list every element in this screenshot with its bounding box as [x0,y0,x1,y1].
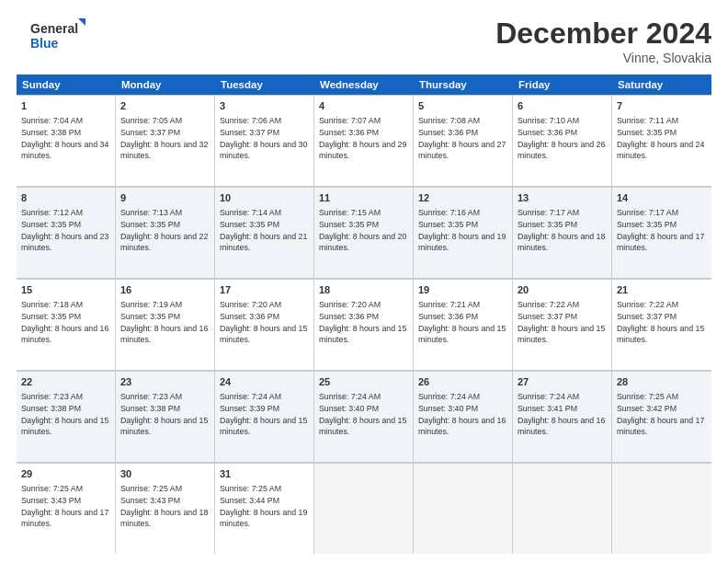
daylight-info: Daylight: 8 hours and 24 minutes. [617,140,704,161]
day-cell-5: 5 Sunrise: 7:08 AM Sunset: 3:36 PM Dayli… [414,95,513,186]
day-cell-22: 22 Sunrise: 7:23 AM Sunset: 3:38 PM Dayl… [17,371,116,462]
calendar: SundayMondayTuesdayWednesdayThursdayFrid… [17,75,711,554]
empty-cell [513,463,612,554]
daylight-info: Daylight: 8 hours and 23 minutes. [21,232,108,253]
day-cell-3: 3 Sunrise: 7:06 AM Sunset: 3:37 PM Dayli… [215,95,314,186]
day-number: 15 [21,283,110,297]
daylight-info: Daylight: 8 hours and 18 minutes. [120,508,208,529]
day-number: 22 [21,375,110,389]
header: General Blue December 2024 Vinne, Slovak… [17,17,711,65]
daylight-info: Daylight: 8 hours and 21 minutes. [220,232,307,253]
calendar-week-1: 1 Sunrise: 7:04 AM Sunset: 3:38 PM Dayli… [17,95,711,187]
day-number: 13 [518,191,607,205]
sunset-info: Sunset: 3:35 PM [21,312,81,321]
sunrise-info: Sunrise: 7:08 AM [418,116,480,125]
calendar-week-2: 8 Sunrise: 7:12 AM Sunset: 3:35 PM Dayli… [17,187,711,279]
day-number: 24 [220,375,309,389]
sunset-info: Sunset: 3:37 PM [518,312,577,321]
sunrise-info: Sunrise: 7:05 AM [120,116,182,125]
sunrise-info: Sunrise: 7:20 AM [220,300,281,309]
sunrise-info: Sunrise: 7:25 AM [617,392,678,401]
daylight-info: Daylight: 8 hours and 26 minutes. [518,140,605,161]
daylight-info: Daylight: 8 hours and 19 minutes. [220,508,307,529]
day-cell-19: 19 Sunrise: 7:21 AM Sunset: 3:36 PM Dayl… [414,279,513,370]
header-day-wednesday: Wednesday [314,75,414,95]
day-cell-17: 17 Sunrise: 7:20 AM Sunset: 3:36 PM Dayl… [215,279,314,370]
day-cell-14: 14 Sunrise: 7:17 AM Sunset: 3:35 PM Dayl… [612,187,711,278]
day-number: 8 [21,191,110,205]
day-cell-10: 10 Sunrise: 7:14 AM Sunset: 3:35 PM Dayl… [215,187,314,278]
svg-text:General: General [30,21,78,36]
daylight-info: Daylight: 8 hours and 15 minutes. [220,324,307,345]
sunset-info: Sunset: 3:41 PM [518,404,577,413]
day-cell-15: 15 Sunrise: 7:18 AM Sunset: 3:35 PM Dayl… [17,279,116,370]
day-number: 16 [120,283,210,297]
daylight-info: Daylight: 8 hours and 16 minutes. [518,416,605,437]
sunset-info: Sunset: 3:43 PM [120,496,180,505]
sunrise-info: Sunrise: 7:25 AM [220,484,281,493]
sunset-info: Sunset: 3:35 PM [617,128,677,137]
day-number: 30 [120,467,210,481]
sunrise-info: Sunrise: 7:25 AM [120,484,182,493]
sunrise-info: Sunrise: 7:21 AM [418,300,480,309]
daylight-info: Daylight: 8 hours and 16 minutes. [120,324,208,345]
day-cell-21: 21 Sunrise: 7:22 AM Sunset: 3:37 PM Dayl… [612,279,711,370]
sunrise-info: Sunrise: 7:13 AM [120,208,182,217]
sunrise-info: Sunrise: 7:24 AM [418,392,480,401]
sunset-info: Sunset: 3:38 PM [21,404,81,413]
daylight-info: Daylight: 8 hours and 17 minutes. [617,232,704,253]
sunrise-info: Sunrise: 7:24 AM [518,392,579,401]
header-day-saturday: Saturday [612,75,711,95]
daylight-info: Daylight: 8 hours and 15 minutes. [319,416,406,437]
title-block: December 2024 Vinne, Slovakia [495,17,711,65]
sunset-info: Sunset: 3:38 PM [120,404,180,413]
sunrise-info: Sunrise: 7:25 AM [21,484,83,493]
sunset-info: Sunset: 3:35 PM [319,220,379,229]
header-day-friday: Friday [513,75,612,95]
calendar-header: SundayMondayTuesdayWednesdayThursdayFrid… [17,75,711,95]
day-cell-2: 2 Sunrise: 7:05 AM Sunset: 3:37 PM Dayli… [116,95,215,186]
sunrise-info: Sunrise: 7:17 AM [518,208,579,217]
sunrise-info: Sunrise: 7:04 AM [21,116,83,125]
calendar-week-5: 29 Sunrise: 7:25 AM Sunset: 3:43 PM Dayl… [17,463,711,554]
day-cell-29: 29 Sunrise: 7:25 AM Sunset: 3:43 PM Dayl… [17,463,116,554]
day-cell-11: 11 Sunrise: 7:15 AM Sunset: 3:35 PM Dayl… [314,187,414,278]
day-cell-7: 7 Sunrise: 7:11 AM Sunset: 3:35 PM Dayli… [612,95,711,186]
sunset-info: Sunset: 3:35 PM [220,220,279,229]
header-day-sunday: Sunday [17,75,116,95]
day-cell-25: 25 Sunrise: 7:24 AM Sunset: 3:40 PM Dayl… [314,371,414,462]
day-number: 10 [220,191,309,205]
daylight-info: Daylight: 8 hours and 15 minutes. [220,416,307,437]
sunset-info: Sunset: 3:35 PM [120,312,180,321]
day-number: 25 [319,375,408,389]
daylight-info: Daylight: 8 hours and 22 minutes. [120,232,208,253]
sunset-info: Sunset: 3:36 PM [418,128,478,137]
sunrise-info: Sunrise: 7:17 AM [617,208,678,217]
sunset-info: Sunset: 3:35 PM [418,220,478,229]
daylight-info: Daylight: 8 hours and 15 minutes. [617,324,704,345]
month-title: December 2024 [495,17,711,51]
empty-cell [414,463,513,554]
daylight-info: Daylight: 8 hours and 18 minutes. [518,232,605,253]
empty-cell [612,463,711,554]
day-number: 19 [418,283,507,297]
day-cell-18: 18 Sunrise: 7:20 AM Sunset: 3:36 PM Dayl… [314,279,414,370]
day-cell-23: 23 Sunrise: 7:23 AM Sunset: 3:38 PM Dayl… [116,371,215,462]
sunrise-info: Sunrise: 7:20 AM [319,300,381,309]
day-cell-6: 6 Sunrise: 7:10 AM Sunset: 3:36 PM Dayli… [513,95,612,186]
sunset-info: Sunset: 3:36 PM [319,128,379,137]
sunrise-info: Sunrise: 7:11 AM [617,116,678,125]
day-number: 28 [617,375,707,389]
daylight-info: Daylight: 8 hours and 15 minutes. [21,416,108,437]
daylight-info: Daylight: 8 hours and 16 minutes. [21,324,108,345]
daylight-info: Daylight: 8 hours and 32 minutes. [120,140,208,161]
day-number: 21 [617,283,707,297]
day-cell-4: 4 Sunrise: 7:07 AM Sunset: 3:36 PM Dayli… [314,95,414,186]
sunset-info: Sunset: 3:36 PM [418,312,478,321]
day-cell-26: 26 Sunrise: 7:24 AM Sunset: 3:40 PM Dayl… [414,371,513,462]
calendar-week-4: 22 Sunrise: 7:23 AM Sunset: 3:38 PM Dayl… [17,371,711,463]
sunrise-info: Sunrise: 7:24 AM [220,392,281,401]
day-number: 20 [518,283,607,297]
header-day-tuesday: Tuesday [215,75,314,95]
daylight-info: Daylight: 8 hours and 29 minutes. [319,140,406,161]
